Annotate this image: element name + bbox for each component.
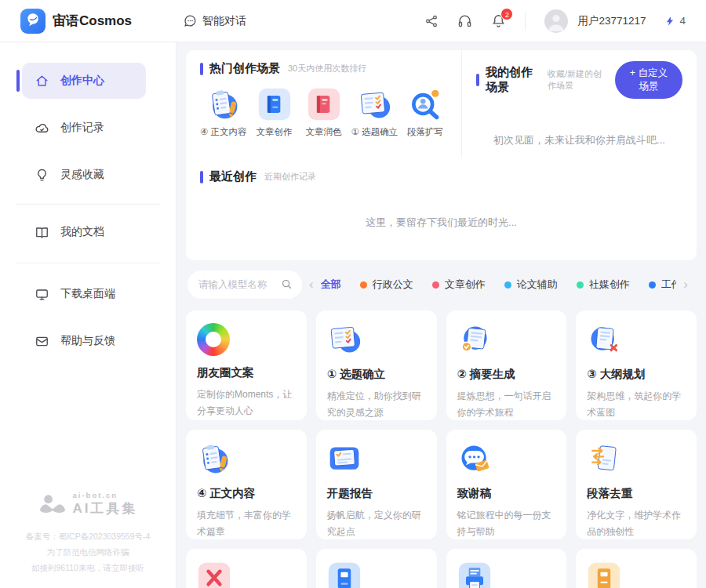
sidebar-item-creation-records[interactable]: 创作记录 bbox=[22, 110, 146, 146]
watermark-domain: ai-bot.cn bbox=[73, 491, 138, 499]
my-scenes-subtitle: 收藏/新建的创作场景 bbox=[548, 68, 609, 92]
body-content-icon bbox=[197, 442, 296, 477]
tab-article-create[interactable]: 文章创作 bbox=[432, 278, 486, 292]
watermark-brand: AI工具集 bbox=[73, 499, 138, 517]
tab-all[interactable]: 全部 bbox=[321, 278, 341, 292]
ai-bot-logo-icon bbox=[38, 494, 67, 514]
sidebar-divider bbox=[16, 263, 160, 263]
sidebar-item-label: 我的文档 bbox=[60, 225, 104, 239]
abstract-icon bbox=[457, 323, 556, 358]
thanks-icon bbox=[457, 442, 556, 477]
orange-book-icon bbox=[587, 561, 686, 588]
delete-x-icon bbox=[197, 561, 296, 588]
section-accent-bar bbox=[476, 74, 479, 86]
hot-scene-body-content[interactable]: ④ 正文内容 bbox=[200, 87, 247, 138]
report-icon bbox=[327, 442, 426, 477]
fraud-notice-line2: 如接到96110来电，请立即接听 bbox=[0, 560, 176, 575]
tab-social-media[interactable]: 社媒创作 bbox=[577, 278, 630, 292]
tab-admin-docs[interactable]: 行政公文 bbox=[360, 278, 413, 292]
tab-smart-chat[interactable]: 智能对话 bbox=[184, 14, 246, 28]
sidebar-item-my-documents[interactable]: 我的文档 bbox=[22, 214, 146, 250]
bolt-icon bbox=[664, 16, 675, 27]
sidebar-item-creation-center[interactable]: 创作中心 bbox=[22, 63, 146, 99]
sidebar-item-label: 创作中心 bbox=[60, 74, 104, 88]
chevron-right-icon[interactable]: › bbox=[683, 277, 688, 292]
monitor-icon bbox=[35, 287, 49, 302]
tab-work[interactable]: 工作提 bbox=[649, 278, 677, 292]
card-partial-2[interactable] bbox=[316, 549, 437, 588]
search-box bbox=[187, 270, 302, 299]
card-opening-report[interactable]: 开题报告 扬帆启航，定义你的研究起点 bbox=[316, 430, 437, 539]
hot-scenes-title: 热门创作场景 bbox=[209, 61, 280, 76]
printer-icon bbox=[457, 561, 556, 588]
recent-empty-text: 这里，要留存下我们最近的时光... bbox=[200, 216, 682, 230]
brand[interactable]: 宙语Cosmos bbox=[20, 9, 132, 34]
hot-scene-paragraph-expand[interactable]: 段落扩写 bbox=[403, 87, 447, 138]
sidebar-item-inspiration[interactable]: 灵感收藏 bbox=[22, 157, 146, 193]
search-icon[interactable] bbox=[281, 278, 293, 290]
category-dot bbox=[360, 281, 367, 289]
share-icon[interactable] bbox=[424, 14, 439, 28]
document-icon bbox=[35, 225, 49, 240]
card-paragraph-dedup[interactable]: 段落去重 净化文字，维护学术作品的独创性 bbox=[576, 430, 697, 539]
avatar[interactable] bbox=[544, 9, 568, 33]
chat-bubble-icon bbox=[184, 14, 197, 27]
hot-scene-topic-select[interactable]: ① 选题确立 bbox=[351, 87, 398, 138]
fraud-notice-line1: 为了防范电信网络诈骗 bbox=[0, 544, 176, 560]
card-abstract-generate[interactable]: ② 摘要生成 提炼思想，一句话开启你的学术旅程 bbox=[446, 310, 567, 420]
hot-scene-article-polish[interactable]: 文章润色 bbox=[302, 87, 346, 138]
moments-icon bbox=[197, 323, 230, 356]
category-dot bbox=[432, 281, 439, 289]
sidebar-item-help-feedback[interactable]: 帮助与反馈 bbox=[22, 323, 146, 359]
my-scenes-title: 我的创作场景 bbox=[486, 65, 540, 95]
hot-scene-article-create[interactable]: 文章创作 bbox=[253, 87, 297, 138]
headset-icon[interactable] bbox=[457, 13, 472, 28]
bell-icon[interactable]: 2 bbox=[491, 13, 506, 28]
category-dot bbox=[504, 281, 511, 289]
card-body-content[interactable]: ④ 正文内容 填充细节，丰富你的学术篇章 bbox=[186, 430, 307, 539]
recent-subtitle: 近期创作记录 bbox=[264, 171, 316, 183]
category-dot bbox=[649, 281, 656, 289]
username: 用户23771217 bbox=[577, 14, 646, 28]
tab-paper-assist[interactable]: 论文辅助 bbox=[504, 278, 558, 292]
icp-number: 备案号：蜀ICP备2023039559号-4 bbox=[0, 528, 176, 544]
app-title: 宙语Cosmos bbox=[53, 12, 132, 30]
recent-title: 最近创作 bbox=[209, 169, 257, 184]
topic-select-icon bbox=[327, 323, 426, 358]
card-partial-3[interactable] bbox=[446, 549, 567, 588]
my-scenes-empty-text: 初次见面，未来让我和你并肩战斗吧... bbox=[476, 133, 682, 147]
notification-badge: 2 bbox=[500, 8, 513, 20]
header: 宙语Cosmos 智能对话 2 用户23771217 bbox=[0, 0, 706, 42]
my-scenes-section: 我的创作场景 收藏/新建的创作场景 + 自定义场景 初次见面，未来让我和你并肩战… bbox=[461, 50, 697, 158]
header-divider bbox=[525, 12, 526, 31]
scenes-panel: 热门创作场景 30天内使用次数排行 ④ 正文内容 bbox=[186, 50, 697, 260]
custom-scene-button[interactable]: + 自定义场景 bbox=[615, 61, 682, 99]
dedup-icon bbox=[587, 442, 686, 477]
filter-bar: ‹ 全部 行政公文 文章创作 论文辅助 社媒创作 工作提 › bbox=[187, 270, 695, 299]
chevron-left-icon[interactable]: ‹ bbox=[309, 277, 314, 292]
card-moments-copy[interactable]: 朋友圈文案 定制你的Moments，让分享更动人心 bbox=[186, 310, 307, 420]
card-partial-4[interactable] bbox=[576, 549, 697, 588]
energy-indicator[interactable]: 4 bbox=[664, 15, 686, 27]
app-logo-icon bbox=[20, 9, 45, 34]
bulb-icon bbox=[35, 168, 49, 183]
hot-scenes-section: 热门创作场景 30天内使用次数排行 ④ 正文内容 bbox=[186, 50, 461, 158]
section-accent-bar bbox=[200, 63, 203, 75]
sidebar-item-label: 下载桌面端 bbox=[60, 287, 115, 301]
home-icon bbox=[35, 74, 49, 89]
header-actions: 2 用户23771217 4 bbox=[424, 9, 686, 33]
main-content: 热门创作场景 30天内使用次数排行 ④ 正文内容 bbox=[176, 42, 706, 588]
cloud-icon bbox=[35, 121, 49, 136]
energy-count: 4 bbox=[679, 15, 686, 27]
hot-scenes-subtitle: 30天内使用次数排行 bbox=[288, 63, 366, 74]
card-acknowledgement[interactable]: 致谢稿 铭记旅程中的每一份支持与帮助 bbox=[446, 430, 567, 539]
category-dot bbox=[577, 281, 584, 289]
card-topic-select[interactable]: ① 选题确立 精准定位，助你找到研究的灵感之源 bbox=[316, 310, 437, 420]
card-outline-plan[interactable]: ③ 大纲规划 架构思维，筑起你的学术蓝图 bbox=[576, 310, 697, 420]
recent-creation-section: 最近创作 近期创作记录 这里，要留存下我们最近的时光... bbox=[186, 158, 697, 260]
app-window: 宙语Cosmos 智能对话 2 用户23771217 bbox=[0, 0, 706, 588]
model-cards-grid: 朋友圈文案 定制你的Moments，让分享更动人心 ① 选题确立 精准定位，助你… bbox=[186, 310, 697, 588]
sidebar-item-download-desktop[interactable]: 下载桌面端 bbox=[22, 276, 146, 312]
card-partial-1[interactable] bbox=[186, 549, 307, 588]
sidebar-footer: ai-bot.cn AI工具集 备案号：蜀ICP备2023039559号-4 为… bbox=[0, 491, 176, 575]
